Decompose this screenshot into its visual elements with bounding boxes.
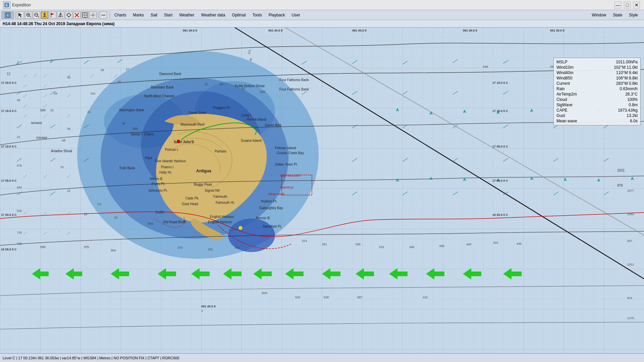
- svg-text:Holly Hr.: Holly Hr.: [159, 171, 172, 174]
- svg-text:5Sh: 5Sh: [40, 245, 46, 249]
- svg-text:Old Road Blufft: Old Road Blufft: [163, 220, 186, 224]
- minimize-button[interactable]: —: [614, 2, 621, 8]
- svg-text:Standfast Pt.: Standfast Pt.: [263, 225, 282, 228]
- svg-text:29: 29: [54, 92, 57, 95]
- weather-label-cape: CAPE: [556, 108, 568, 113]
- svg-text:SSHWd: SSHWd: [36, 136, 47, 139]
- svg-text:Goat Head: Goat Head: [182, 202, 198, 206]
- file-button[interactable]: ≡: [2, 11, 14, 19]
- weather-value-wind40: 110°M 9.4kt: [616, 70, 638, 75]
- menu-state[interactable]: State: [609, 11, 626, 19]
- sail-tool[interactable]: [57, 11, 64, 19]
- zoom-in-button[interactable]: [25, 11, 32, 19]
- menu-playback[interactable]: Playback: [265, 11, 288, 19]
- svg-text:1052: 1052: [627, 213, 634, 216]
- weather-label-cloud: Cloud: [556, 97, 567, 102]
- resize-tool[interactable]: [81, 11, 89, 19]
- menu-optimal[interactable]: Optimal: [228, 11, 249, 19]
- svg-text:17 05.0 0 C: 17 05.0 0 C: [1, 179, 17, 182]
- weather-value-cape: 1673.4J/kg: [618, 108, 638, 113]
- crosshair-tool[interactable]: [65, 11, 72, 19]
- svg-text:Peggars Pt.: Peggars Pt.: [213, 106, 230, 110]
- weather-row-current: Current 283°M 0.8kt: [556, 81, 638, 86]
- close-button[interactable]: ✕: [633, 2, 640, 8]
- svg-text:bkStWd: bkStWd: [31, 121, 42, 125]
- svg-text:17 10.0 0 C: 17 10.0 0 C: [492, 109, 508, 113]
- svg-text:35: 35: [67, 76, 70, 79]
- svg-text:Fitze: Fitze: [145, 156, 152, 160]
- svg-text:Morris B.: Morris B.: [150, 177, 163, 181]
- weather-label-rain: Rain: [556, 86, 565, 91]
- delete-tool[interactable]: [73, 11, 80, 19]
- maximize-button[interactable]: □: [624, 2, 631, 8]
- svg-text:Hudson Pt.: Hudson Pt.: [261, 199, 277, 203]
- svg-text:687: 687: [357, 296, 362, 299]
- svg-text:937: 937: [627, 239, 632, 243]
- svg-text:Pelican I.: Pelican I.: [165, 148, 179, 152]
- svg-text:Start War point: Start War point: [280, 174, 300, 177]
- weather-row-airtemp: AirTemp2m 28.3°C: [556, 92, 638, 97]
- svg-text:17 00.0 0 C: 17 00.0 0 C: [1, 213, 17, 217]
- map-canvas[interactable]: 12 28 27 35 39 22 34 16 321 29 475 442 5…: [0, 27, 644, 353]
- menu-charts[interactable]: Charts: [111, 11, 129, 19]
- svg-text:321: 321: [91, 92, 96, 95]
- svg-text:17 15.0 0 C: 17 15.0 0 C: [1, 109, 17, 113]
- weather-label-meanwave: Mean wave: [556, 119, 577, 123]
- svg-text:304: 304: [111, 249, 116, 252]
- weather-label-wind850: Wind850: [556, 76, 572, 80]
- menu-start[interactable]: Start: [161, 11, 176, 19]
- svg-point-12: [44, 13, 45, 14]
- map-area[interactable]: 12 28 27 35 39 22 34 16 321 29 475 442 5…: [0, 27, 644, 353]
- svg-text:Sandy I. Chann.: Sandy I. Chann.: [131, 132, 155, 136]
- svg-text:16 55.0 0 C: 16 55.0 0 C: [1, 248, 17, 251]
- titlebar-right: — □ ✕: [614, 2, 644, 8]
- svg-text:22: 22: [67, 189, 70, 192]
- flag-tool[interactable]: [49, 11, 56, 19]
- svg-text:22: 22: [87, 110, 91, 114]
- weather-label-gust: Gust: [556, 113, 565, 118]
- anchor-tool[interactable]: [41, 11, 48, 19]
- menu-weather-data[interactable]: Weather data: [198, 11, 229, 19]
- svg-line-6: [30, 16, 31, 17]
- move-tool[interactable]: [89, 11, 97, 19]
- svg-text:75: 75: [60, 166, 64, 169]
- svg-text:Four Fathoms Bank: Four Fathoms Bank: [279, 78, 309, 82]
- weather-value-wind10: 102°M 11.0kt: [614, 65, 638, 70]
- svg-text:061 40.0 8: 061 40.0 8: [268, 29, 283, 32]
- weather-label-airtemp: AirTemp2m: [556, 92, 577, 97]
- svg-text:5Sh: 5Sh: [40, 109, 46, 112]
- more-tools[interactable]: [100, 11, 107, 19]
- svg-text:1011: 1011: [627, 263, 634, 266]
- svg-text:Indian Town Pt: Indian Town Pt: [275, 163, 297, 166]
- menu-sail[interactable]: Sail: [147, 11, 161, 19]
- zoom-out-button[interactable]: [33, 11, 40, 19]
- svg-text:Diamond Bank: Diamond Bank: [159, 72, 182, 76]
- svg-text:Johnsons Pt.: Johnsons Pt.: [148, 189, 168, 192]
- menu-user[interactable]: User: [288, 11, 303, 19]
- separator-3: [110, 11, 110, 19]
- svg-text:SoS: SoS: [148, 222, 153, 225]
- weather-value-meanwave: 6.0s: [630, 119, 638, 123]
- menu-style[interactable]: Style: [626, 11, 641, 19]
- svg-text:914: 914: [627, 296, 632, 300]
- svg-text:Crooks Creek Bay: Crooks Creek Bay: [277, 151, 304, 155]
- weather-value-gust: 13.2kt: [627, 113, 638, 118]
- separator-2: [98, 11, 98, 19]
- weather-label-wind10: Wind10m: [556, 65, 574, 70]
- weather-row-gust: Gust 13.2kt: [556, 113, 638, 118]
- svg-text:585: 585: [235, 246, 240, 249]
- menu-weather[interactable]: Weather: [176, 11, 198, 19]
- menu-window[interactable]: Window: [589, 11, 610, 19]
- weather-row-wind850: Wind850 106°M 8.8kt: [556, 75, 638, 81]
- svg-text:17 00.0 0 C: 17 00.0 0 C: [492, 179, 508, 182]
- svg-text:291: 291: [322, 243, 327, 246]
- app-icon[interactable]: E: [3, 1, 10, 9]
- svg-text:374: 374: [178, 246, 183, 249]
- cursor-tool[interactable]: [17, 11, 24, 19]
- svg-text:1077: 1077: [627, 189, 634, 192]
- menu-tools[interactable]: Tools: [249, 11, 265, 19]
- weather-row-cloud: Cloud 100%: [556, 97, 638, 102]
- menu-marks[interactable]: Marks: [129, 11, 147, 19]
- weather-row-rain: Rain 0.63mm/h: [556, 86, 638, 92]
- svg-text:Four Fathoms Bank: Four Fathoms Bank: [279, 87, 309, 91]
